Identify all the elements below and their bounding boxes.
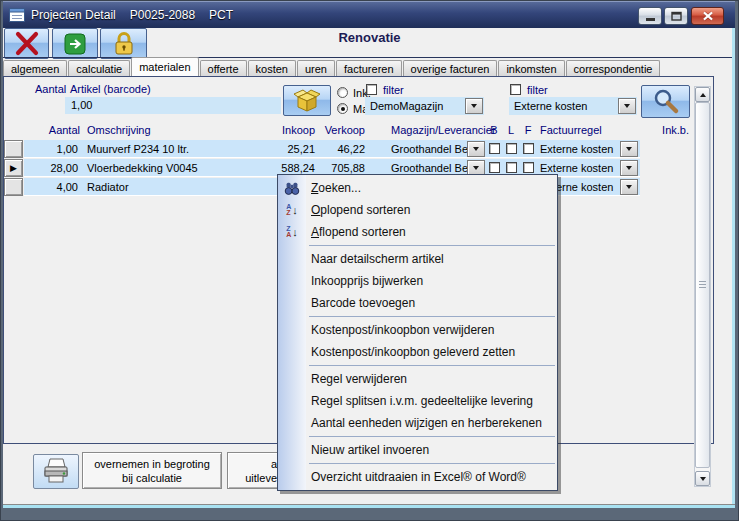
window-titlebar[interactable]: Projecten DetailP0025-2088PCT — [1, 1, 738, 28]
frame-accent — [1, 505, 738, 508]
row-selector[interactable] — [4, 140, 23, 158]
menu-item-label: Nieuw artikel invoeren — [311, 443, 429, 457]
scroll-up-button[interactable] — [695, 87, 710, 102]
maximize-button[interactable] — [664, 7, 688, 25]
context-menu-items: Zoeken...AZ↓Oplopend sorterenZA↓Aflopend… — [278, 177, 557, 488]
radio-mag[interactable] — [337, 103, 348, 114]
factuurregel-filter-checkbox[interactable] — [510, 84, 521, 95]
menu-item-barcode-toevoegen[interactable]: Barcode toevoegen — [278, 292, 557, 314]
l-checkbox[interactable] — [506, 143, 517, 154]
tab-offerte[interactable]: offerte — [200, 60, 247, 76]
search-button[interactable] — [641, 85, 690, 118]
magazijn-box-button[interactable] — [283, 85, 331, 116]
tab-factureren[interactable]: factureren — [336, 60, 402, 76]
menu-item-label: Aantal eenheden wijzigen en herberekenen — [311, 416, 542, 430]
cell-inkoop: 25,21 — [240, 140, 315, 158]
arrow-up-icon — [700, 93, 706, 97]
menu-item-label: Oplopend sorteren — [311, 203, 410, 217]
tab-algemeen[interactable]: algemeen — [3, 60, 67, 76]
window-title: Projecten DetailP0025-2088PCT — [31, 8, 247, 22]
magazijn-select[interactable]: DemoMagazijn — [365, 97, 484, 115]
tab-kosten[interactable]: kosten — [248, 60, 296, 76]
tab-inkomsten[interactable]: inkomsten — [498, 60, 564, 76]
menu-item-oplopend-sorteren[interactable]: AZ↓Oplopend sorteren — [278, 199, 557, 221]
radio-ink[interactable] — [337, 87, 348, 98]
magazijn-filter-label: filter — [383, 84, 404, 96]
overnemen-line2: bij calculatie — [122, 471, 182, 485]
menu-item-kostenpost-inkoopbon-geleverd-zetten[interactable]: Kostenpost/inkoopbon geleverd zetten — [278, 341, 557, 363]
row-selector[interactable] — [4, 178, 23, 196]
projecten-detail-window: Projecten DetailP0025-2088PCT Renovatie … — [0, 0, 739, 521]
uitleveren-line2: uitleve — [228, 471, 277, 485]
window-frame — [735, 1, 738, 520]
magazijn-filter-checkbox[interactable] — [366, 84, 377, 95]
cell-aantal: 28,00 — [24, 159, 78, 177]
b-checkbox[interactable] — [489, 162, 500, 173]
factuurregel-dropdown-button[interactable] — [620, 141, 638, 157]
overnemen-begroting-button[interactable]: overnemen in begroting bij calculatie — [82, 452, 222, 489]
menu-item-aflopend-sorteren[interactable]: ZA↓Aflopend sorteren — [278, 221, 557, 243]
menu-item-zoeken[interactable]: Zoeken... — [278, 177, 557, 199]
f-checkbox[interactable] — [523, 162, 534, 173]
scroll-down-button[interactable] — [695, 471, 710, 486]
close-button[interactable] — [691, 7, 724, 25]
chevron-down-icon — [471, 104, 477, 108]
vertical-scrollbar[interactable] — [694, 86, 711, 487]
header-verkoop: Verkoop — [318, 124, 365, 136]
f-checkbox[interactable] — [523, 143, 534, 154]
cell-aantal: 4,00 — [24, 178, 78, 196]
minimize-button[interactable] — [638, 7, 662, 25]
l-checkbox[interactable] — [506, 162, 517, 173]
menu-separator — [309, 316, 555, 317]
cell-verkoop: 46,22 — [318, 140, 365, 158]
cell-omschrijving: Vloerbedekking V0045 — [87, 159, 198, 177]
header-f: F — [521, 124, 535, 136]
row-selector[interactable]: ▶ — [4, 159, 23, 177]
chevron-down-icon — [624, 104, 630, 108]
aantal-value: 1,00 — [71, 97, 92, 114]
factuurregel-select-arrow[interactable] — [618, 98, 636, 114]
chevron-down-icon — [473, 166, 479, 170]
menu-item-regel-splitsen-i-v-m-gedeeltelijke-levering[interactable]: Regel splitsen i.v.m. gedeeltelijke leve… — [278, 390, 557, 412]
b-checkbox[interactable] — [489, 143, 500, 154]
header-aantal: Aantal — [26, 124, 80, 136]
magazijn-select-value: DemoMagazijn — [370, 97, 443, 115]
menu-item-label: Kostenpost/inkoopbon verwijderen — [311, 323, 494, 337]
minimize-icon — [646, 18, 655, 21]
factuurregel-dropdown-button[interactable] — [620, 160, 638, 176]
menu-item-label: Inkoopprijs bijwerken — [311, 274, 423, 288]
factuurregel-dropdown-button[interactable] — [620, 179, 638, 195]
menu-item-inkoopprijs-bijwerken[interactable]: Inkoopprijs bijwerken — [278, 270, 557, 292]
print-button[interactable] — [33, 454, 79, 489]
tab-calculatie[interactable]: calculatie — [68, 60, 130, 76]
menu-item-naar-detailscherm-artikel[interactable]: Naar detailscherm artikel — [278, 248, 557, 270]
menu-item-label: Naar detailscherm artikel — [311, 252, 444, 266]
magazijn-select-arrow[interactable] — [465, 98, 483, 114]
down-arrow-icon: ↓ — [292, 205, 298, 216]
artikel-barcode-input[interactable]: 1,00 — [65, 97, 281, 114]
cell-omschrijving: Muurverf P234 10 ltr. — [87, 140, 189, 158]
maximize-icon — [671, 11, 682, 21]
tab-overige-facturen[interactable]: overige facturen — [403, 60, 498, 76]
chevron-down-icon — [626, 185, 632, 189]
menu-item-kostenpost-inkoopbon-verwijderen[interactable]: Kostenpost/inkoopbon verwijderen — [278, 319, 557, 341]
tab-uren[interactable]: uren — [297, 60, 335, 76]
selected-row-marker-icon: ▶ — [10, 163, 17, 173]
header-inkb: Ink.b. — [640, 124, 689, 136]
table-row[interactable]: 1,00Muurverf P234 10 ltr.25,2146,22Groot… — [24, 140, 640, 158]
menu-item-overzicht-uitdraaien-in-excel-of-word[interactable]: Overzicht uitdraaien in Excel® of Word® — [278, 466, 557, 488]
magnifier-icon — [651, 87, 681, 117]
menu-item-label: Barcode toevoegen — [311, 296, 415, 310]
window-frame — [1, 508, 738, 520]
tab-correspondentie[interactable]: correspondentie — [566, 60, 661, 76]
uitleveren-line1: a — [228, 457, 277, 471]
context-menu: Zoeken...AZ↓Oplopend sorterenZA↓Aflopend… — [277, 174, 558, 491]
frame-accent — [732, 28, 735, 507]
menu-item-nieuw-artikel-invoeren[interactable]: Nieuw artikel invoeren — [278, 439, 557, 461]
scrollbar-thumb[interactable] — [695, 102, 710, 468]
menu-item-regel-verwijderen[interactable]: Regel verwijderen — [278, 368, 557, 390]
menu-item-aantal-eenheden-wijzigen-en-herberekenen[interactable]: Aantal eenheden wijzigen en herberekenen — [278, 412, 557, 434]
magazijn-dropdown-button[interactable] — [467, 141, 485, 157]
factuurregel-select[interactable]: Externe kosten — [509, 97, 637, 115]
tab-materialen[interactable]: materialen — [131, 57, 198, 76]
